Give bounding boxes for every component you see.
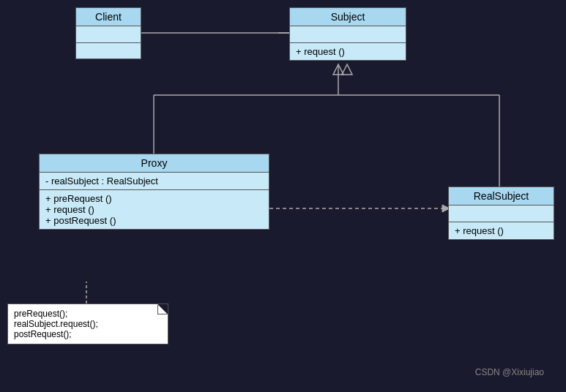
- note-line-2: realSubject.request();: [14, 319, 162, 329]
- realsubject-methods: + request (): [449, 222, 554, 239]
- client-class-name: Client: [76, 8, 141, 26]
- note-box: preRequest(); realSubject.request(); pos…: [7, 304, 168, 344]
- note-line-3: postRequest();: [14, 329, 162, 339]
- subject-methods: + request (): [290, 42, 406, 60]
- realsubject-class: RealSubject + request (): [448, 186, 554, 240]
- watermark: CSDN @Xixiujiao: [475, 367, 544, 377]
- diagram-container: Client Subject + request () Proxy - real…: [0, 0, 566, 392]
- client-section-1: [76, 26, 141, 42]
- note-corner: [157, 304, 168, 314]
- proxy-class: Proxy - realSubject : RealSubject + preR…: [39, 154, 269, 230]
- svg-marker-5: [333, 64, 343, 75]
- proxy-methods: + preRequest () + request () + postReque…: [40, 189, 269, 229]
- proxy-attributes: - realSubject : RealSubject: [40, 173, 269, 189]
- client-class: Client: [75, 7, 141, 59]
- note-line-1: preRequest();: [14, 309, 162, 319]
- proxy-class-name: Proxy: [40, 154, 269, 173]
- realsubject-section-1: [449, 206, 554, 222]
- subject-class: Subject + request (): [289, 7, 406, 61]
- client-section-2: [76, 42, 141, 59]
- realsubject-class-name: RealSubject: [449, 187, 554, 206]
- svg-marker-8: [342, 64, 352, 75]
- subject-class-name: Subject: [290, 8, 406, 26]
- subject-section-1: [290, 26, 406, 42]
